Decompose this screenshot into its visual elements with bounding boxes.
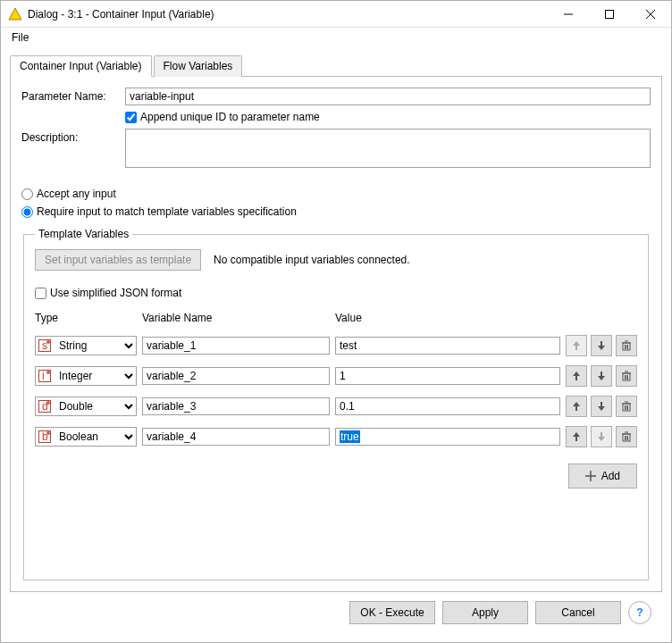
table-row: iStringIntegerDoubleBoolean — [35, 365, 637, 387]
move-down-button[interactable] — [591, 365, 612, 387]
set-template-button[interactable]: Set input variables as template — [35, 249, 201, 271]
radio-require-template[interactable] — [21, 206, 33, 218]
label-description: Description: — [21, 129, 125, 144]
table-row: sStringIntegerDoubleBoolean — [35, 335, 637, 356]
parameter-name-input[interactable] — [125, 88, 651, 105]
type-select[interactable]: StringIntegerDoubleBoolean — [35, 336, 137, 355]
header-value: Value — [335, 312, 553, 324]
row-description: Description: — [21, 129, 651, 171]
plus-icon — [585, 471, 596, 481]
legend-template-variables: Template Variables — [35, 228, 132, 240]
svg-marker-0 — [9, 8, 21, 20]
client-area: Container Input (Variable) Flow Variable… — [1, 47, 671, 642]
label-radio-accept: Accept any input — [37, 188, 116, 200]
tab-container-input[interactable]: Container Input (Variable) — [10, 55, 152, 77]
titlebar: Dialog - 3:1 - Container Input (Variable… — [1, 1, 671, 28]
table-row: dStringIntegerDoubleBoolean — [35, 396, 637, 417]
type-select[interactable]: StringIntegerDoubleBoolean — [35, 427, 137, 447]
radio-accept-any[interactable] — [21, 188, 33, 200]
window-controls — [548, 1, 671, 28]
trash-icon — [622, 340, 631, 351]
svg-rect-2 — [606, 10, 614, 18]
tab-flow-variables[interactable]: Flow Variables — [154, 55, 243, 77]
dialog-window: Dialog - 3:1 - Container Input (Variable… — [0, 0, 672, 643]
variable-name-input[interactable] — [142, 367, 330, 385]
minimize-button[interactable] — [548, 1, 589, 28]
delete-row-button[interactable] — [616, 426, 637, 447]
type-select[interactable]: StringIntegerDoubleBoolean — [35, 366, 137, 386]
variable-name-input[interactable] — [142, 397, 330, 415]
trash-icon — [622, 371, 631, 381]
append-id-checkbox[interactable] — [125, 112, 137, 123]
help-button[interactable]: ? — [628, 601, 651, 624]
header-name: Variable Name — [142, 312, 330, 324]
label-append-id: Append unique ID to parameter name — [140, 111, 320, 123]
variable-name-input[interactable] — [142, 428, 330, 446]
variable-value-input[interactable] — [335, 397, 560, 415]
variables-header: Type Variable Name Value — [35, 312, 637, 326]
variable-value-input[interactable]: true — [335, 428, 560, 446]
delete-row-button[interactable] — [616, 396, 637, 417]
arrow-down-icon — [597, 341, 606, 350]
group-template-variables: Template Variables Set input variables a… — [23, 228, 649, 580]
move-up-button[interactable] — [566, 365, 587, 387]
cancel-button[interactable]: Cancel — [535, 601, 621, 624]
menu-file[interactable]: File — [6, 29, 34, 46]
menubar: File — [1, 28, 671, 47]
row-radio-accept: Accept any input — [21, 188, 651, 200]
arrow-down-icon — [597, 402, 606, 411]
trash-icon — [622, 431, 631, 442]
apply-button[interactable]: Apply — [442, 601, 528, 624]
move-down-button[interactable] — [591, 335, 612, 356]
header-type: Type — [35, 312, 137, 324]
tabstrip: Container Input (Variable) Flow Variable… — [10, 54, 662, 77]
variable-name-input[interactable] — [142, 337, 330, 355]
close-icon — [646, 10, 655, 19]
dialog-footer: OK - Execute Apply Cancel ? — [10, 592, 662, 633]
window-title: Dialog - 3:1 - Container Input (Variable… — [28, 8, 548, 21]
move-up-button[interactable] — [566, 426, 587, 447]
simplified-json-checkbox[interactable] — [35, 288, 46, 299]
maximize-button[interactable] — [589, 1, 630, 28]
arrow-up-icon — [572, 432, 581, 441]
variable-value-input[interactable] — [335, 337, 560, 355]
variable-value-input[interactable] — [335, 367, 560, 385]
move-down-button[interactable] — [591, 426, 612, 447]
move-up-button[interactable] — [566, 396, 587, 417]
row-parameter-name: Parameter Name: — [21, 88, 651, 105]
variables-table: Type Variable Name Value sStringIntegerD… — [35, 312, 637, 447]
arrow-down-icon — [597, 432, 606, 441]
arrow-up-icon — [572, 341, 581, 350]
close-button[interactable] — [630, 1, 671, 28]
arrow-up-icon — [572, 372, 581, 380]
row-radio-require: Require input to match template variable… — [21, 205, 651, 218]
move-down-button[interactable] — [591, 396, 612, 417]
delete-row-button[interactable] — [616, 365, 637, 387]
minimize-icon — [564, 10, 573, 19]
row-append-id: Append unique ID to parameter name — [21, 111, 651, 123]
ok-execute-button[interactable]: OK - Execute — [349, 601, 435, 624]
tab-panel-container: Parameter Name: Append unique ID to para… — [10, 77, 662, 592]
arrow-up-icon — [572, 402, 581, 411]
add-button-label: Add — [601, 470, 620, 482]
label-radio-require: Require input to match template variable… — [37, 205, 297, 218]
help-icon: ? — [636, 606, 643, 619]
add-variable-button[interactable]: Add — [568, 463, 637, 489]
type-select[interactable]: StringIntegerDoubleBoolean — [35, 397, 137, 416]
table-row: bStringIntegerDoubleBooleantrue — [35, 426, 637, 447]
description-textarea[interactable] — [125, 129, 651, 168]
hint-no-variables: No compatible input variables connected. — [214, 254, 409, 266]
app-icon — [8, 7, 22, 21]
trash-icon — [622, 401, 631, 412]
delete-row-button[interactable] — [616, 335, 637, 356]
maximize-icon — [605, 10, 614, 19]
label-simplified-json: Use simplified JSON format — [50, 287, 181, 299]
move-up-button[interactable] — [566, 335, 587, 356]
label-parameter-name: Parameter Name: — [21, 88, 125, 103]
arrow-down-icon — [597, 372, 606, 380]
